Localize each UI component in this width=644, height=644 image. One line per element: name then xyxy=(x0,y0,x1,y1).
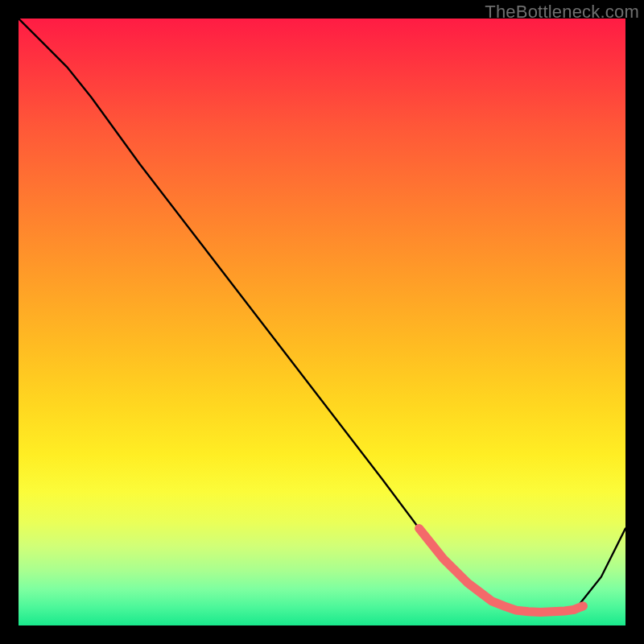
highlight-band xyxy=(419,528,584,612)
highlight-dot xyxy=(579,601,588,610)
watermark-text: TheBottleneck.com xyxy=(485,2,639,23)
chart-plot xyxy=(19,19,625,625)
highlight-dot xyxy=(569,605,578,614)
highlight-markers xyxy=(419,528,588,614)
chart-area xyxy=(19,19,625,625)
curve-line xyxy=(19,19,625,612)
